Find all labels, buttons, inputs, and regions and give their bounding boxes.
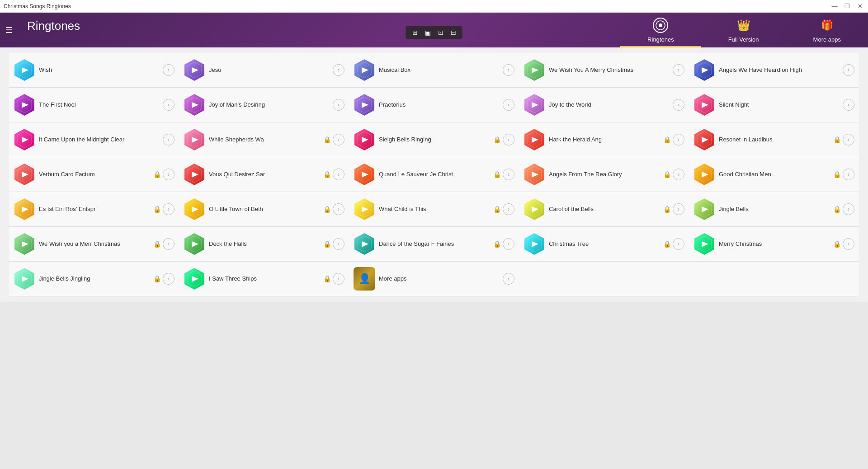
song-controls: 🔒 › <box>323 273 344 285</box>
song-item: The First Noel › <box>9 88 179 122</box>
navigate-button[interactable]: › <box>843 238 854 250</box>
play-button[interactable] <box>524 58 545 82</box>
play-button[interactable] <box>693 163 715 186</box>
navigate-button[interactable]: › <box>843 99 854 111</box>
play-button[interactable] <box>354 128 375 151</box>
toolbar-btn-4[interactable]: ⊟ <box>448 28 459 37</box>
navigate-button[interactable]: › <box>163 64 175 76</box>
play-button[interactable] <box>184 58 205 82</box>
play-button[interactable] <box>693 232 715 256</box>
play-button[interactable] <box>184 232 205 256</box>
play-button[interactable] <box>14 232 35 256</box>
navigate-button[interactable]: › <box>673 203 684 215</box>
song-name: Dance of the Sugar F Fairies <box>379 240 490 248</box>
play-button[interactable] <box>693 93 715 117</box>
navigate-button[interactable]: › <box>163 99 175 111</box>
nav-item-ringtones[interactable]: Ringtones <box>620 13 701 47</box>
navigate-button[interactable]: › <box>333 238 344 250</box>
play-button[interactable] <box>524 163 545 186</box>
song-name: Musical Box <box>379 66 499 74</box>
navigate-button[interactable]: › <box>163 203 175 215</box>
navigate-button[interactable]: › <box>843 203 854 215</box>
minimize-button[interactable]: — <box>830 2 839 11</box>
play-button[interactable] <box>693 197 715 221</box>
song-name: Merry Christmas <box>719 240 830 248</box>
navigate-button[interactable]: › <box>673 99 684 111</box>
navigate-button[interactable]: › <box>843 169 854 180</box>
song-controls: 🔒 › <box>833 238 854 250</box>
navigate-button[interactable]: › <box>503 64 514 76</box>
toolbar-btn-2[interactable]: ▣ <box>422 28 434 37</box>
play-button[interactable] <box>184 267 205 291</box>
navigate-button[interactable]: › <box>503 169 514 180</box>
navigate-button[interactable]: › <box>503 238 514 250</box>
nav-item-more-apps[interactable]: 🎁 More apps <box>786 13 868 47</box>
play-button[interactable] <box>524 197 545 221</box>
song-name: Angels We Have Heard on High <box>719 66 839 74</box>
navigate-button[interactable]: › <box>163 273 175 285</box>
song-name: Es Ist Ein Ros' Entspr <box>39 206 150 213</box>
navigate-button[interactable]: › <box>333 273 344 285</box>
play-button[interactable] <box>354 163 375 186</box>
play-button[interactable] <box>524 128 545 151</box>
song-controls: 🔒 › <box>493 203 514 215</box>
app-title-bar: Christmas Songs Ringtones <box>4 3 71 9</box>
navigate-button[interactable]: › <box>503 273 514 285</box>
play-button[interactable] <box>354 58 375 82</box>
nav-item-full-version[interactable]: 👑 Full Version <box>701 13 786 47</box>
nav-label-full-version: Full Version <box>728 36 759 43</box>
close-button[interactable]: ✕ <box>855 2 864 11</box>
navigate-button[interactable]: › <box>333 99 344 111</box>
play-button[interactable] <box>14 163 35 186</box>
navigate-button[interactable]: › <box>333 134 344 145</box>
navigate-button[interactable]: › <box>673 169 684 180</box>
song-name: Vous Qui Desirez Sar <box>209 171 320 178</box>
play-button[interactable] <box>354 93 375 117</box>
navigate-button[interactable]: › <box>163 169 175 180</box>
navigate-button[interactable]: › <box>843 134 854 145</box>
play-button[interactable] <box>524 232 545 256</box>
lock-icon: 🔒 <box>323 206 331 213</box>
navigate-button[interactable]: › <box>503 99 514 111</box>
navigate-button[interactable]: › <box>163 238 175 250</box>
play-button[interactable] <box>14 58 35 82</box>
navigate-button[interactable]: › <box>503 203 514 215</box>
navigate-button[interactable]: › <box>673 238 684 250</box>
menu-button[interactable]: ☰ <box>0 13 18 47</box>
song-name: Good Christian Men <box>719 171 830 178</box>
navigate-button[interactable]: › <box>163 134 175 145</box>
song-name: The First Noel <box>39 101 159 109</box>
song-item: Joy of Man's Desiring › <box>179 88 349 122</box>
play-button[interactable] <box>354 197 375 221</box>
navigate-button[interactable]: › <box>673 134 684 145</box>
toolbar-btn-1[interactable]: ⊞ <box>410 28 420 37</box>
navigate-button[interactable]: › <box>673 64 684 76</box>
play-button[interactable] <box>184 93 205 117</box>
play-button[interactable] <box>693 58 715 82</box>
play-button[interactable] <box>184 163 205 186</box>
play-button[interactable] <box>354 232 375 256</box>
play-button[interactable] <box>14 197 35 221</box>
navigate-button[interactable]: › <box>333 203 344 215</box>
navigate-button[interactable]: › <box>333 169 344 180</box>
toolbar-btn-3[interactable]: ⊡ <box>435 28 446 37</box>
play-button[interactable] <box>14 128 35 151</box>
play-button[interactable] <box>14 93 35 117</box>
play-button[interactable] <box>14 267 35 291</box>
navigate-button[interactable]: › <box>843 64 854 76</box>
song-name: Sleigh Bells Ringing <box>379 136 490 144</box>
toolbar-overlay: ⊞ ▣ ⊡ ⊟ <box>406 26 462 39</box>
song-item: Jingle Bells 🔒 › <box>689 192 859 227</box>
navigate-button[interactable]: › <box>333 64 344 76</box>
lock-icon: 🔒 <box>323 171 331 178</box>
main-content: Wish › Jesu › <box>0 47 868 302</box>
play-button[interactable] <box>524 93 545 117</box>
song-item: Dance of the Sugar F Fairies 🔒 › <box>349 227 519 262</box>
restore-button[interactable]: ❐ <box>843 2 852 11</box>
navigate-button[interactable]: › <box>503 134 514 145</box>
play-button[interactable] <box>693 128 715 151</box>
song-item: Christmas Tree 🔒 › <box>519 227 689 262</box>
song-controls: 🔒 › <box>493 134 514 145</box>
play-button[interactable] <box>184 197 205 221</box>
play-button[interactable] <box>184 128 205 151</box>
